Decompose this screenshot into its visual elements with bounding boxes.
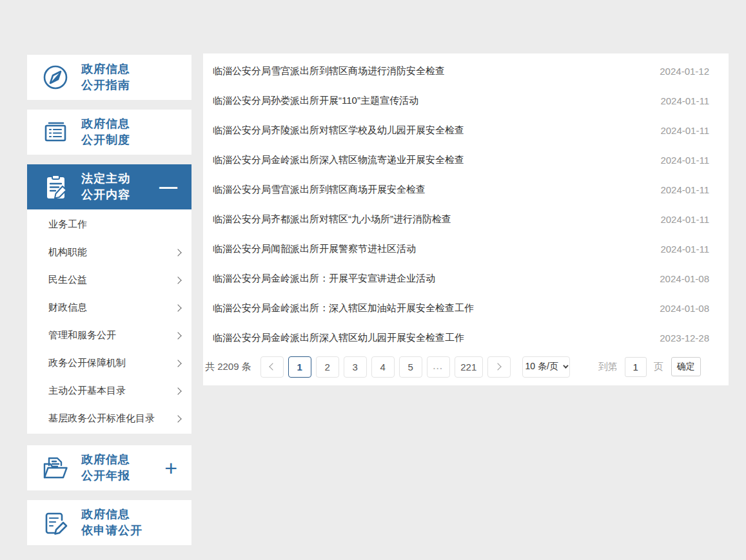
sidebar: 政府信息 公开指南 政府信息 公开制度 法定主动 bbox=[27, 55, 191, 555]
sidebar-item-annual-report[interactable]: 政府信息 公开年报 + bbox=[27, 445, 191, 490]
expand-icon[interactable]: + bbox=[164, 457, 177, 479]
article-date: 2024-01-11 bbox=[660, 125, 709, 136]
chevron-right-icon bbox=[174, 387, 181, 394]
article-date: 2024-01-11 bbox=[660, 155, 709, 166]
article-date: 2024-01-08 bbox=[660, 303, 709, 314]
total-count-label: 共 2209 条 bbox=[205, 361, 251, 373]
article-title: 临淄公安分局齐陵派出所对辖区学校及幼儿园开展安全检查 bbox=[213, 124, 464, 137]
article-title: 临淄公安分局金岭派出所深入辖区物流寄递业开展安全检查 bbox=[213, 154, 464, 166]
submenu-item-org-functions[interactable]: 机构职能 bbox=[27, 238, 191, 266]
page-ellipsis-button[interactable]: ... bbox=[427, 356, 450, 378]
chevron-right-icon bbox=[174, 332, 181, 339]
list-item[interactable]: 临淄公安分局齐陵派出所对辖区学校及幼儿园开展安全检查 2024-01-11 bbox=[203, 115, 729, 145]
page: { "colors":{ "accent_blue":"#2e6da4", "p… bbox=[0, 0, 746, 560]
article-title: 临淄公安分局齐都派出所对辖区“九小场所”进行消防检查 bbox=[213, 213, 451, 226]
submenu-label: 业务工作 bbox=[48, 218, 87, 231]
submenu-label: 管理和服务公开 bbox=[48, 329, 116, 342]
article-list: 临淄公安分局雪宫派出所到辖区商场进行消防安全检查 2024-01-12 临淄公安… bbox=[203, 53, 729, 352]
submenu-item-business-work[interactable]: 业务工作 bbox=[27, 211, 191, 238]
submenu-item-standardized-catalog[interactable]: 基层政务公开标准化目录 bbox=[27, 405, 191, 432]
collapse-icon[interactable]: — bbox=[159, 178, 177, 196]
goto-suffix-label: 页 bbox=[654, 361, 663, 373]
next-page-button[interactable] bbox=[487, 356, 511, 378]
compass-icon bbox=[41, 63, 70, 92]
sidebar-item-statutory-disclosure[interactable]: 法定主动 公开内容 — bbox=[27, 164, 191, 209]
article-title: 临淄公安分局闻韶派出所开展警察节进社区活动 bbox=[213, 243, 416, 255]
page-size-select[interactable]: 10 条/页 bbox=[522, 356, 570, 378]
sidebar-item-label: 法定主动 公开内容 bbox=[81, 171, 130, 203]
chevron-down-icon bbox=[563, 363, 568, 368]
submenu-label: 主动公开基本目录 bbox=[48, 385, 126, 397]
submenu-item-management-service[interactable]: 管理和服务公开 bbox=[27, 322, 191, 349]
chevron-right-icon bbox=[174, 360, 181, 367]
article-date: 2024-01-12 bbox=[660, 66, 709, 77]
article-date: 2024-01-11 bbox=[660, 184, 709, 195]
goto-prefix-label: 到第 bbox=[598, 361, 618, 373]
submenu-label: 机构职能 bbox=[48, 246, 87, 258]
submenu-label: 基层政务公开标准化目录 bbox=[48, 412, 155, 425]
article-title: 临淄公安分局金岭派出所深入辖区幼儿园开展安全检查工作 bbox=[213, 332, 464, 344]
sidebar-item-label: 政府信息 公开制度 bbox=[81, 116, 130, 148]
page-button-221[interactable]: 221 bbox=[455, 356, 483, 378]
submenu-label: 政务公开保障机制 bbox=[48, 357, 126, 369]
list-item[interactable]: 临淄公安分局雪宫派出所到辖区商场开展安全检查 2024-01-11 bbox=[203, 175, 729, 204]
sidebar-item-request-disclosure[interactable]: 政府信息 依申请公开 bbox=[27, 500, 191, 545]
article-date: 2023-12-28 bbox=[660, 333, 709, 343]
prev-page-button[interactable] bbox=[260, 356, 284, 378]
chevron-right-icon bbox=[174, 276, 181, 284]
article-title: 临淄公安分局雪宫派出所到辖区商场开展安全检查 bbox=[213, 184, 426, 196]
submenu-label: 民生公益 bbox=[48, 274, 87, 286]
list-item[interactable]: 临淄公安分局金岭派出所深入辖区幼儿园开展安全检查工作 2023-12-28 bbox=[203, 323, 729, 352]
submenu-label: 财政信息 bbox=[48, 302, 87, 314]
submenu-item-basic-catalog[interactable]: 主动公开基本目录 bbox=[27, 377, 191, 405]
article-date: 2024-01-11 bbox=[660, 214, 709, 225]
page-button-4[interactable]: 4 bbox=[371, 356, 395, 378]
article-date: 2024-01-08 bbox=[660, 273, 709, 284]
page-button-2[interactable]: 2 bbox=[316, 356, 339, 378]
sidebar-item-label: 政府信息 公开指南 bbox=[81, 61, 130, 93]
article-date: 2024-01-11 bbox=[660, 95, 709, 106]
list-item[interactable]: 临淄公安分局雪宫派出所到辖区商场进行消防安全检查 2024-01-12 bbox=[203, 56, 729, 86]
chevron-right-icon bbox=[495, 363, 502, 370]
goto-page-group: 到第 页 bbox=[598, 357, 663, 377]
article-date: 2024-01-11 bbox=[660, 244, 709, 255]
submenu-item-fiscal-info[interactable]: 财政信息 bbox=[27, 294, 191, 322]
list-item[interactable]: 临淄公安分局孙娄派出所开展“110”主题宣传活动 2024-01-11 bbox=[203, 86, 729, 115]
sidebar-item-rules[interactable]: 政府信息 公开制度 bbox=[27, 110, 191, 155]
list-item[interactable]: 临淄公安分局金岭派出所：开展平安宣讲进企业活动 2024-01-08 bbox=[203, 264, 729, 293]
sidebar-item-guide[interactable]: 政府信息 公开指南 bbox=[27, 55, 191, 100]
clipboard-pencil-icon bbox=[41, 172, 70, 202]
article-title: 临淄公安分局孙娄派出所开展“110”主题宣传活动 bbox=[213, 95, 418, 107]
goto-page-input[interactable] bbox=[625, 357, 647, 377]
chevron-right-icon bbox=[174, 304, 181, 311]
article-list-panel: 临淄公安分局雪宫派出所到辖区商场进行消防安全检查 2024-01-12 临淄公安… bbox=[203, 53, 729, 385]
chevron-left-icon bbox=[270, 363, 277, 370]
page-size-value: 10 条/页 bbox=[525, 361, 558, 372]
chevron-right-icon bbox=[174, 415, 181, 422]
apply-document-icon bbox=[41, 508, 70, 537]
article-title: 临淄公安分局雪宫派出所到辖区商场进行消防安全检查 bbox=[213, 65, 445, 77]
list-item[interactable]: 临淄公安分局金岭派出所：深入辖区加油站开展安全检查工作 2024-01-08 bbox=[203, 293, 729, 323]
rules-book-icon bbox=[41, 117, 70, 147]
sidebar-item-label: 政府信息 依申请公开 bbox=[81, 507, 142, 539]
list-item[interactable]: 临淄公安分局闻韶派出所开展警察节进社区活动 2024-01-11 bbox=[203, 234, 729, 264]
submenu-item-public-welfare[interactable]: 民生公益 bbox=[27, 266, 191, 294]
page-button-3[interactable]: 3 bbox=[344, 356, 367, 378]
pagination: 共 2209 条 1 2 3 4 5 ... 221 10 条/页 到第 页 确… bbox=[203, 356, 729, 378]
article-title: 临淄公安分局金岭派出所：深入辖区加油站开展安全检查工作 bbox=[213, 302, 474, 314]
sidebar-submenu: 业务工作 机构职能 民生公益 财政信息 管理和服务公开 政务公开保障机制 主动公… bbox=[27, 209, 191, 434]
list-item[interactable]: 临淄公安分局齐都派出所对辖区“九小场所”进行消防检查 2024-01-11 bbox=[203, 204, 729, 234]
sidebar-item-label: 政府信息 公开年报 bbox=[81, 452, 130, 484]
annual-report-folder-icon bbox=[41, 453, 70, 483]
confirm-button[interactable]: 确定 bbox=[671, 357, 701, 376]
list-item[interactable]: 临淄公安分局金岭派出所深入辖区物流寄递业开展安全检查 2024-01-11 bbox=[203, 145, 729, 175]
page-button-1[interactable]: 1 bbox=[288, 356, 311, 378]
page-button-5[interactable]: 5 bbox=[399, 356, 422, 378]
article-title: 临淄公安分局金岭派出所：开展平安宣讲进企业活动 bbox=[213, 273, 435, 285]
chevron-right-icon bbox=[174, 249, 181, 256]
submenu-item-guarantee-mechanism[interactable]: 政务公开保障机制 bbox=[27, 349, 191, 377]
